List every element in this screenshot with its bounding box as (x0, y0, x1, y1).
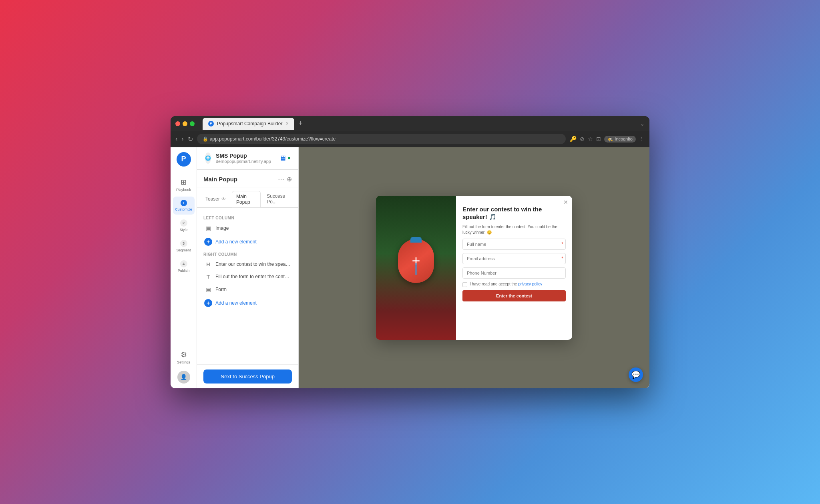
next-button[interactable]: Next to Success Popup (203, 369, 292, 384)
popup-close-button[interactable]: ✕ (563, 199, 568, 205)
style-number: 2 (180, 219, 187, 227)
panel-add-button[interactable]: ⊕ (287, 175, 292, 183)
phone-input[interactable] (462, 267, 566, 279)
popup-right-column: ✕ Enter our contest to win the speaker! … (456, 196, 572, 340)
publish-number: 4 (180, 260, 187, 267)
sidebar-item-publish[interactable]: 4 Publish (173, 257, 195, 276)
heading-icon: H (204, 261, 212, 267)
sidebar-label-customize: Customize (175, 207, 192, 211)
checkbox-text: I have read and accept the privacy polic… (470, 282, 542, 286)
bookmark-icon[interactable]: ☆ (588, 136, 593, 142)
form-icon: ▣ (204, 286, 212, 293)
left-column-label: LEFT COLUMN (197, 213, 298, 222)
close-traffic-light[interactable] (175, 121, 180, 126)
app-content: P ⊞ Playbook 1 Customize 2 Style 3 Segme… (171, 147, 649, 388)
browser-window: P Popupsmart Campaign Builder ✕ + ⌄ ‹ › … (171, 116, 649, 388)
canvas-area: + ✕ Enter our contest to win the speaker… (299, 147, 649, 388)
traffic-lights (175, 121, 195, 126)
tab-teaser[interactable]: Teaser 👁 (201, 191, 230, 207)
sidebar-item-settings[interactable]: ⚙ Settings (174, 347, 193, 367)
settings-label: Settings (177, 360, 190, 364)
reload-button[interactable]: ↻ (188, 135, 193, 143)
full-name-wrapper: * (462, 239, 566, 250)
panel-header: Main Popup ⋯ ⊕ (197, 170, 298, 187)
sidebar-item-playbook[interactable]: ⊞ Playbook (173, 175, 195, 195)
sidebar-item-segment[interactable]: 3 Segment (173, 237, 195, 255)
element-image[interactable]: ▣ Image (199, 222, 296, 235)
popup-tabs: Teaser 👁 Main Popup Success Po... (197, 187, 298, 208)
user-avatar[interactable]: 👤 (177, 371, 190, 384)
eye-icon: 👁 (221, 197, 226, 201)
speaker-image: + (376, 196, 456, 340)
window-chevron-icon[interactable]: ⌄ (640, 120, 645, 127)
campaign-name: SMS Popup (216, 153, 271, 159)
full-name-input[interactable] (462, 239, 566, 250)
enter-contest-button[interactable]: Enter the contest (462, 290, 566, 301)
sidebar-label-segment: Segment (176, 248, 191, 252)
address-input[interactable]: 🔒 app.popupsmart.com/builder/32749/custo… (197, 134, 566, 144)
tab-close-icon[interactable]: ✕ (285, 121, 289, 126)
main-popup-tab-label: Main Popup (236, 194, 256, 205)
desktop-active-dot (288, 157, 290, 159)
speaker-top (410, 237, 422, 243)
desktop-icon: 🖥 (279, 154, 286, 163)
add-left-icon: + (204, 238, 212, 246)
minimize-traffic-light[interactable] (183, 121, 187, 126)
sidebar-label-playbook: Playbook (176, 188, 191, 192)
window-controls: ⌄ (640, 120, 645, 127)
address-icons: 🔑 ⊘ ☆ ⊡ 🕵 Incognito ⋮ (570, 136, 645, 143)
element-heading[interactable]: H Enter our contest to win the speaker! … (199, 258, 296, 271)
address-bar: ‹ › ↻ 🔒 app.popupsmart.com/builder/32749… (171, 131, 649, 147)
email-input[interactable] (462, 253, 566, 264)
panel: 🌐 SMS Popup demopopupsmart.netlify.app 🖥… (197, 147, 299, 388)
add-element-right-label: Add a new element (215, 300, 257, 306)
add-element-left[interactable]: + Add a new element (199, 235, 296, 249)
segment-number: 3 (180, 240, 187, 247)
element-form[interactable]: ▣ Form (199, 283, 296, 296)
add-right-icon: + (204, 299, 212, 307)
more-options-icon[interactable]: ⋮ (639, 136, 645, 142)
element-text[interactable]: T Fill out the form to enter the contest… (199, 271, 296, 283)
right-column-label: RIGHT COLUMN (197, 249, 298, 258)
active-tab[interactable]: P Popupsmart Campaign Builder ✕ (203, 118, 294, 130)
main-content: + ✕ Enter our contest to win the speaker… (299, 147, 649, 388)
privacy-checkbox[interactable] (462, 282, 467, 287)
panel-header-icons: ⋯ ⊕ (278, 175, 292, 183)
reader-mode-icon[interactable]: ⊡ (596, 136, 601, 142)
chat-bubble-button[interactable]: 💬 (629, 367, 643, 382)
tab-main-popup[interactable]: Main Popup (232, 191, 261, 207)
checkbox-label: I have read and accept the (470, 282, 517, 286)
sidebar-label-publish: Publish (178, 269, 190, 273)
heading-label: Enter our contest to win the speaker! 🎵 (215, 261, 291, 267)
panel-body: LEFT COLUMN ▣ Image + Add a new element … (197, 208, 298, 364)
form-label: Form (215, 287, 291, 292)
popup-title: Enter our contest to win the speaker! 🎵 (462, 205, 566, 221)
fullscreen-traffic-light[interactable] (190, 121, 195, 126)
sidebar-item-style[interactable]: 2 Style (173, 216, 195, 235)
site-favicon: 🌐 (205, 153, 211, 164)
app-logo: P (177, 152, 191, 167)
header-center: 🖥 📱 ⋮ (276, 152, 299, 164)
sidebar-item-customize[interactable]: 1 Customize (173, 197, 195, 215)
add-element-right[interactable]: + Add a new element (199, 296, 296, 310)
key-icon: 🔑 (570, 136, 577, 142)
success-tab-label: Success Po... (267, 193, 290, 205)
tab-success-popup[interactable]: Success Po... (262, 191, 294, 207)
sidebar-label-style: Style (179, 228, 187, 232)
tab-label: Popupsmart Campaign Builder (217, 121, 282, 127)
popup-left-column: + (376, 196, 456, 340)
panel-more-button[interactable]: ⋯ (278, 175, 284, 183)
back-button[interactable]: ‹ (175, 135, 177, 143)
new-tab-button[interactable]: + (296, 119, 305, 128)
privacy-policy-link[interactable]: privacy policy (518, 282, 542, 286)
desktop-view-button[interactable]: 🖥 (276, 153, 293, 164)
campaign-info: SMS Popup demopopupsmart.netlify.app (216, 153, 271, 164)
speaker-line (416, 263, 417, 275)
forward-button[interactable]: › (181, 135, 183, 143)
image-icon: ▣ (204, 225, 212, 231)
text-label: Fill out the form to enter the contest. … (215, 274, 291, 279)
tab-bar: P Popupsmart Campaign Builder ✕ + (203, 118, 637, 130)
required-indicator-name: * (561, 241, 563, 247)
text-icon: T (204, 274, 212, 280)
tab-favicon: P (208, 121, 214, 127)
